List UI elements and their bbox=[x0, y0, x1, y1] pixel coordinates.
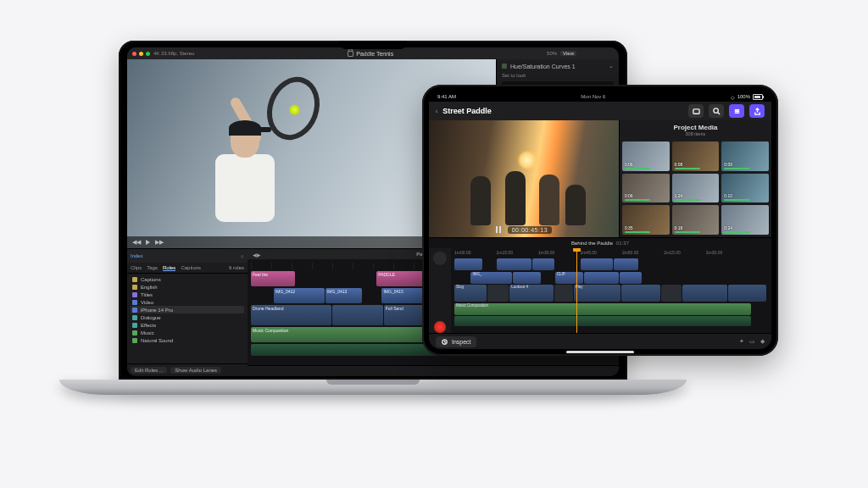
share-button[interactable] bbox=[749, 104, 765, 118]
timeline-clip[interactable] bbox=[454, 316, 751, 326]
timeline-clip[interactable] bbox=[584, 272, 619, 284]
edit-roles-button[interactable]: Edit Roles… bbox=[131, 367, 167, 374]
role-label: iPhone 14 Pro bbox=[141, 308, 173, 313]
timeline-clip[interactable] bbox=[487, 285, 509, 302]
timeline-clip[interactable] bbox=[554, 285, 572, 302]
timeline-clip[interactable]: Drone Headland bbox=[251, 305, 331, 325]
media-thumbnail[interactable]: 0:08 bbox=[672, 141, 720, 171]
timeline-clip[interactable]: Play bbox=[574, 285, 621, 302]
tools-button[interactable] bbox=[729, 104, 744, 118]
fwd-icon[interactable]: ▶▶ bbox=[155, 239, 164, 246]
role-item[interactable]: Effects bbox=[131, 321, 244, 329]
timeline-clip[interactable] bbox=[682, 285, 726, 302]
timeline-clip[interactable] bbox=[497, 258, 531, 270]
mac-titlebar: 4K 23.98p, Stereo Paddle Tennis 50% View bbox=[127, 47, 619, 59]
ipad-conn-lane-1[interactable] bbox=[454, 258, 766, 270]
role-item[interactable]: Dialogue bbox=[131, 313, 244, 321]
battery-pct: 100% bbox=[737, 94, 750, 99]
ipad-primary-lane[interactable]: Slug Lookout 4 Play bbox=[454, 285, 766, 302]
inspector-title: Hue/Saturation Curves 1 bbox=[510, 64, 576, 69]
timeline-clip[interactable] bbox=[581, 258, 612, 270]
window-controls[interactable] bbox=[132, 52, 150, 56]
media-thumbnail[interactable]: 1:24 bbox=[672, 174, 720, 203]
thumb-duration: 0:06 bbox=[625, 193, 633, 198]
ipad-music-lane[interactable]: Music Composition bbox=[454, 303, 766, 315]
play-icon[interactable] bbox=[146, 240, 150, 245]
role-label: Music bbox=[141, 330, 154, 336]
playhead[interactable] bbox=[576, 248, 577, 333]
role-item[interactable]: Natural Sound bbox=[131, 336, 244, 344]
tab-clips[interactable]: Clips bbox=[131, 265, 142, 270]
index-tab[interactable]: Index bbox=[131, 253, 143, 258]
chevron-down-icon[interactable]: ⌄ bbox=[609, 63, 614, 69]
timeline-clip[interactable] bbox=[532, 258, 554, 270]
timeline-clip[interactable] bbox=[332, 305, 383, 325]
tab-captions[interactable]: Captions bbox=[181, 265, 201, 270]
timeline-clip[interactable]: Feel the bbox=[251, 271, 295, 286]
timeline-clip[interactable] bbox=[454, 258, 482, 270]
timeline-footer bbox=[248, 365, 619, 376]
media-grid[interactable]: 0:060:080:090:061:240:100:350:180:24 bbox=[620, 139, 771, 237]
view-menu[interactable]: View bbox=[560, 51, 576, 56]
minimize-icon[interactable] bbox=[139, 52, 143, 56]
ipad-wave-lane[interactable] bbox=[454, 316, 766, 326]
library-button[interactable] bbox=[688, 104, 704, 118]
timeline-clip[interactable]: IMG_ bbox=[470, 272, 511, 284]
keyframe-icon[interactable]: ◆ bbox=[760, 338, 765, 345]
show-audio-lanes-button[interactable]: Show Audio Lanes bbox=[170, 367, 221, 374]
inspect-button[interactable]: Inspect bbox=[436, 336, 476, 347]
ipad-tracks[interactable]: 1m00.001m15.001m30.001m45.002m00.002m15.… bbox=[429, 248, 771, 333]
timeline-clip[interactable]: PADDLE bbox=[376, 271, 427, 286]
timeline-clip[interactable]: CLIP bbox=[555, 272, 583, 284]
timeline-clip[interactable] bbox=[614, 258, 639, 270]
role-item[interactable]: iPhone 14 Pro bbox=[131, 306, 244, 313]
media-thumbnail[interactable]: 0:35 bbox=[622, 205, 670, 235]
timeline-clip[interactable] bbox=[620, 272, 642, 284]
tab-roles[interactable]: Roles bbox=[163, 265, 175, 271]
timeline-clip[interactable]: IMG_0412 bbox=[274, 288, 325, 303]
role-label: English bbox=[141, 285, 158, 290]
timeline-clip[interactable]: Music Composition bbox=[454, 303, 751, 315]
media-subtitle: 308 items bbox=[686, 131, 706, 136]
media-thumbnail[interactable]: 0:24 bbox=[721, 205, 769, 235]
ipad-timeline-name: Behind the Paddle bbox=[571, 241, 613, 246]
fullscreen-icon[interactable] bbox=[146, 52, 150, 56]
role-item[interactable]: Captions bbox=[131, 275, 244, 283]
ipad-timeline[interactable]: Behind the Paddle 01:37 1m00.001m15.001m… bbox=[429, 237, 771, 333]
role-item[interactable]: Video bbox=[131, 298, 244, 306]
ipad-timeline-ruler[interactable]: 1m00.001m15.001m30.001m45.002m00.002m15.… bbox=[454, 250, 766, 257]
jog-wheel[interactable] bbox=[433, 252, 447, 265]
ipad-timeline-sidebar bbox=[429, 248, 451, 333]
ipad-conn-lane-2[interactable]: IMG_ CLIP bbox=[454, 272, 766, 284]
pause-icon[interactable] bbox=[496, 226, 501, 233]
search-button[interactable] bbox=[709, 104, 724, 118]
close-icon[interactable] bbox=[132, 52, 136, 56]
role-item[interactable]: Music bbox=[131, 329, 244, 336]
thumb-duration: 0:06 bbox=[625, 162, 633, 167]
timeline-clip[interactable] bbox=[513, 272, 541, 284]
history-fwd-icon[interactable]: ▶ bbox=[257, 252, 261, 258]
wand-icon[interactable]: ✦ bbox=[739, 338, 744, 345]
timeline-clip[interactable] bbox=[728, 285, 766, 302]
timeline-clip[interactable] bbox=[661, 285, 682, 302]
timeline-clip[interactable] bbox=[621, 285, 659, 302]
media-thumbnail[interactable]: 0:09 bbox=[721, 141, 769, 171]
tab-tags[interactable]: Tags bbox=[147, 265, 158, 270]
media-thumbnail[interactable]: 0:18 bbox=[672, 205, 720, 235]
clip-icon[interactable]: ▭ bbox=[749, 338, 755, 345]
timeline-clip[interactable]: Lookout 4 bbox=[509, 285, 554, 302]
role-item[interactable]: Titles bbox=[131, 291, 244, 298]
back-chevron-icon[interactable]: ‹ bbox=[436, 108, 437, 114]
search-icon[interactable]: ⌕ bbox=[241, 253, 244, 258]
back-icon[interactable]: ◀◀ bbox=[132, 239, 141, 246]
timeline-clip[interactable]: IMG_0413 bbox=[326, 288, 362, 303]
role-item[interactable]: English bbox=[131, 283, 244, 291]
record-button[interactable] bbox=[434, 321, 446, 333]
media-thumbnail[interactable]: 0:10 bbox=[721, 174, 769, 203]
role-label: Video bbox=[141, 300, 153, 305]
timeline-clip[interactable]: Slug bbox=[454, 285, 487, 302]
media-thumbnail[interactable]: 0:06 bbox=[622, 141, 670, 171]
ipad-viewer[interactable]: 00:00:45:13 bbox=[429, 120, 619, 237]
scale-label[interactable]: 50% bbox=[547, 51, 557, 56]
media-thumbnail[interactable]: 0:06 bbox=[622, 174, 670, 203]
